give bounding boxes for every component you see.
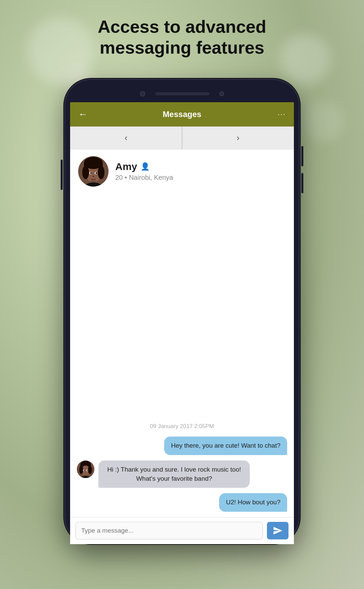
message-input[interactable] — [75, 522, 263, 539]
phone-frame: ← Messages ··· ‹ › — [64, 79, 300, 544]
profile-name: Amy — [115, 161, 137, 172]
profile-info: Amy 👤 20 • Nairobi, Kenya — [115, 161, 173, 181]
svg-point-12 — [92, 176, 94, 177]
profile-name-row: Amy 👤 — [115, 161, 173, 172]
more-options-button[interactable]: ··· — [278, 110, 286, 119]
header-title: Messages — [163, 110, 202, 119]
volume-up-button[interactable] — [301, 146, 303, 166]
next-tab[interactable]: › — [182, 127, 294, 149]
person-icon: 👤 — [141, 162, 150, 171]
avatar — [78, 156, 109, 187]
front-camera — [140, 91, 145, 96]
message-received-1: Hi :) Thank you and sure. I love rock mu… — [98, 460, 250, 488]
power-button[interactable] — [61, 160, 63, 190]
app-header: ← Messages ··· — [70, 102, 294, 127]
svg-point-16 — [79, 466, 83, 474]
phone-speaker — [155, 92, 209, 95]
svg-point-22 — [84, 470, 85, 471]
volume-down-button[interactable] — [301, 173, 303, 193]
send-icon — [273, 526, 283, 536]
svg-point-11 — [96, 172, 97, 174]
sensor — [219, 91, 224, 96]
back-button[interactable]: ← — [78, 109, 88, 120]
svg-point-23 — [87, 470, 88, 471]
page-title: Access to advanced messaging features — [64, 16, 300, 58]
prev-tab[interactable]: ‹ — [70, 127, 182, 149]
nav-tabs: ‹ › — [70, 127, 294, 149]
profile-section: Amy 👤 20 • Nairobi, Kenya — [70, 149, 294, 193]
chat-area: 09 January 2017 2:05PM Hey there, you ar… — [70, 193, 294, 517]
messages-container: Hey there, you are cute! Want to chat? — [77, 437, 287, 511]
svg-point-10 — [90, 172, 92, 174]
message-received-wrapper-1: Hi :) Thank you and sure. I love rock mu… — [77, 460, 287, 488]
phone-status-bar — [70, 85, 294, 102]
send-button[interactable] — [267, 522, 289, 539]
message-avatar — [77, 460, 94, 478]
message-sent-2: U2! How bout you? — [219, 493, 287, 512]
chat-timestamp: 09 January 2017 2:05PM — [77, 423, 287, 430]
profile-details: 20 • Nairobi, Kenya — [115, 174, 173, 181]
input-bar — [70, 517, 294, 544]
svg-point-5 — [84, 157, 103, 169]
phone-screen: ← Messages ··· ‹ › — [70, 102, 294, 544]
svg-point-17 — [88, 466, 92, 474]
message-sent-1: Hey there, you are cute! Want to chat? — [164, 437, 287, 455]
